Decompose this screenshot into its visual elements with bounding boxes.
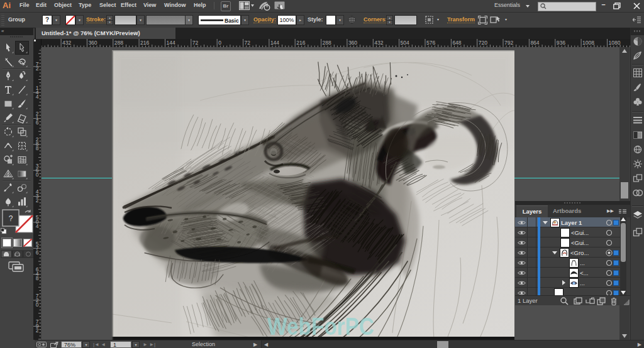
svg-text:504: 504 [401, 40, 409, 46]
svg-text:1080: 1080 [609, 40, 621, 46]
svg-text:WebForPC: WebForPC [267, 313, 374, 340]
svg-text:576: 576 [426, 40, 435, 46]
svg-text:8: 8 [36, 145, 39, 151]
svg-text:288: 288 [114, 40, 123, 46]
svg-text:216: 216 [140, 40, 149, 46]
svg-text:2: 2 [36, 327, 39, 334]
svg-text:0: 0 [36, 171, 39, 178]
svg-text:72: 72 [192, 40, 199, 46]
svg-text:Basic: Basic [225, 18, 239, 24]
svg-text:288: 288 [323, 40, 331, 46]
svg-text:72: 72 [245, 40, 251, 46]
svg-text:2: 2 [36, 65, 39, 72]
svg-text:360: 360 [88, 40, 97, 46]
svg-text:360: 360 [348, 40, 357, 46]
svg-text:432: 432 [62, 40, 71, 46]
svg-text:648: 648 [452, 40, 461, 46]
svg-text:216: 216 [296, 40, 305, 46]
svg-text:0: 0 [218, 40, 221, 46]
svg-text:720: 720 [479, 40, 487, 46]
svg-text:936: 936 [557, 40, 565, 46]
svg-text:4: 4 [36, 94, 39, 100]
svg-text:432: 432 [374, 40, 383, 46]
svg-text:792: 792 [504, 40, 513, 46]
svg-text:144: 144 [270, 40, 279, 46]
svg-text:6: 6 [36, 249, 39, 256]
svg-text:2: 2 [36, 197, 39, 204]
svg-text:0: 0 [36, 302, 39, 308]
svg-text:6: 6 [36, 119, 39, 126]
svg-text:4: 4 [36, 223, 39, 229]
svg-text:8: 8 [36, 275, 39, 281]
svg-text:864: 864 [530, 40, 539, 46]
svg-text:144: 144 [167, 40, 175, 46]
svg-text:?: ? [9, 214, 13, 223]
svg-text:1008: 1008 [582, 40, 594, 46]
